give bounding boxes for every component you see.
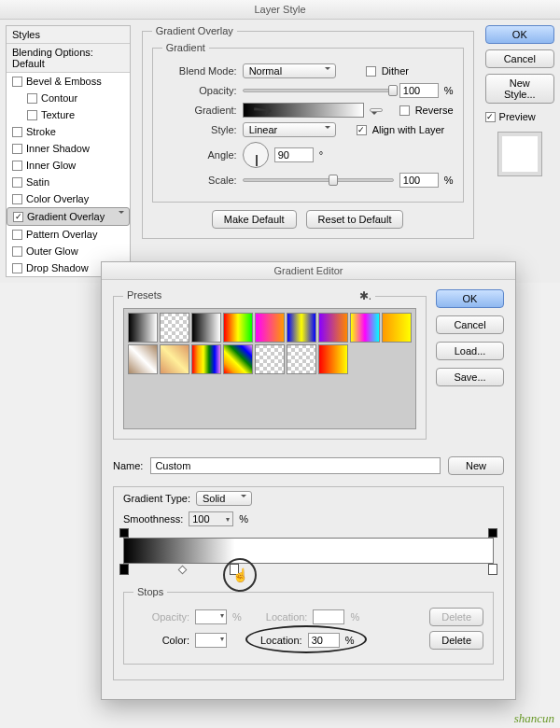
effect-checkbox[interactable] — [12, 177, 22, 188]
angle-dial[interactable] — [243, 142, 269, 168]
effect-label: Bevel & Emboss — [26, 76, 102, 87]
preset-swatch[interactable] — [255, 344, 285, 374]
effect-row-bevel-emboss[interactable]: Bevel & Emboss — [7, 73, 130, 90]
watermark: shancun — [514, 711, 554, 726]
effect-row-pattern-overlay[interactable]: Pattern Overlay — [7, 226, 130, 243]
preview-swatch — [497, 132, 542, 176]
ged-save-button[interactable]: Save... — [436, 368, 504, 386]
midpoint-diamond[interactable] — [177, 566, 187, 575]
stops-group: Stops Opacity: % Location: % Delete Colo… — [123, 586, 494, 665]
effect-label: Texture — [41, 109, 75, 120]
reset-default-button[interactable]: Reset to Default — [306, 210, 404, 229]
preset-swatch[interactable] — [128, 313, 158, 343]
effect-checkbox[interactable] — [12, 263, 22, 273]
preset-swatch[interactable] — [191, 344, 221, 374]
gradient-editor-title: Gradient Editor — [102, 262, 515, 280]
stop-color-location-input[interactable]: 30 — [308, 633, 340, 648]
ged-ok-button[interactable]: OK — [436, 289, 504, 308]
blend-mode-select[interactable]: Normal — [243, 63, 336, 78]
cancel-button[interactable]: Cancel — [485, 49, 554, 68]
preset-swatch[interactable] — [287, 313, 316, 343]
effect-row-stroke[interactable]: Stroke — [7, 123, 130, 140]
dither-checkbox[interactable] — [366, 66, 376, 77]
preset-swatch[interactable] — [223, 344, 253, 374]
stops-legend: Stops — [133, 586, 167, 597]
effect-label: Inner Shadow — [26, 143, 90, 154]
preview-label: Preview — [499, 111, 536, 122]
effect-checkbox[interactable] — [12, 127, 22, 137]
effect-row-outer-glow[interactable]: Outer Glow — [7, 243, 130, 259]
effect-checkbox[interactable] — [12, 194, 22, 204]
gradient-bar[interactable] — [123, 538, 494, 564]
preset-swatch[interactable] — [191, 313, 221, 343]
styles-header[interactable]: Styles — [7, 26, 130, 44]
effect-checkbox[interactable] — [12, 230, 22, 240]
ged-cancel-button[interactable]: Cancel — [436, 315, 504, 334]
effect-label: Satin — [26, 176, 49, 188]
angle-input[interactable]: 90 — [274, 147, 314, 162]
gradient-overlay-group: Gradient Overlay Gradient Blend Mode: No… — [142, 25, 474, 239]
effect-label: Outer Glow — [26, 245, 78, 257]
gradient-type-select[interactable]: Solid — [196, 491, 252, 506]
preset-swatch[interactable] — [223, 313, 253, 343]
effect-row-inner-glow[interactable]: Inner Glow — [7, 157, 130, 174]
stop-opacity-input — [195, 609, 227, 624]
effect-row-color-overlay[interactable]: Color Overlay — [7, 190, 130, 207]
preset-swatch[interactable] — [255, 313, 285, 343]
preset-swatch[interactable] — [318, 313, 348, 343]
delete-color-stop-button[interactable]: Delete — [429, 631, 483, 650]
effect-checkbox[interactable] — [27, 110, 37, 120]
effect-label: Drop Shadow — [26, 262, 89, 273]
preset-swatch[interactable] — [350, 313, 380, 343]
effect-checkbox[interactable] — [27, 93, 37, 104]
effect-label: Contour — [41, 92, 77, 104]
preset-swatch[interactable] — [160, 344, 189, 374]
effect-checkbox[interactable] — [12, 144, 22, 154]
effect-row-inner-shadow[interactable]: Inner Shadow — [7, 140, 130, 157]
opacity-stop-left[interactable] — [119, 528, 129, 538]
gradient-swatch[interactable] — [243, 103, 364, 118]
presets-box[interactable] — [123, 308, 416, 429]
smoothness-input[interactable]: 100 — [189, 511, 233, 526]
new-style-button[interactable]: New Style... — [485, 74, 554, 104]
effect-checkbox[interactable] — [12, 77, 22, 87]
color-stop-right[interactable] — [488, 564, 497, 575]
reverse-checkbox[interactable] — [399, 105, 410, 116]
blending-options-row[interactable]: Blending Options: Default — [7, 44, 130, 73]
new-button[interactable]: New — [448, 456, 504, 475]
effect-checkbox[interactable] — [12, 246, 22, 257]
opacity-slider[interactable] — [243, 89, 394, 92]
effect-row-satin[interactable]: Satin — [7, 174, 130, 190]
preset-swatch[interactable] — [382, 313, 412, 343]
presets-menu-icon[interactable]: ✱. — [359, 289, 371, 302]
ok-button[interactable]: OK — [485, 25, 554, 44]
align-checkbox[interactable] — [357, 125, 367, 135]
preset-swatch[interactable] — [128, 344, 158, 374]
name-input[interactable] — [150, 457, 441, 474]
scale-input[interactable]: 100 — [399, 173, 439, 188]
effect-row-gradient-overlay[interactable]: Gradient Overlay — [7, 207, 130, 226]
smoothness-label: Smoothness: — [123, 513, 183, 525]
effect-row-contour[interactable]: Contour — [7, 90, 130, 106]
annotation-cursor-icon — [223, 558, 257, 592]
style-select[interactable]: Linear — [243, 122, 336, 137]
make-default-button[interactable]: Make Default — [212, 210, 297, 229]
preset-swatch[interactable] — [160, 313, 189, 343]
effect-row-texture[interactable]: Texture — [7, 106, 130, 123]
presets-group: Presets ✱. — [113, 289, 427, 440]
reverse-label: Reverse — [415, 105, 454, 116]
gradient-dropdown[interactable] — [370, 108, 383, 112]
gradient-type-group: Gradient Type: Solid Smoothness: 100 % S… — [113, 486, 504, 680]
angle-label: Angle: — [162, 149, 237, 161]
opacity-input[interactable]: 100 — [399, 83, 439, 98]
effect-checkbox[interactable] — [12, 161, 22, 171]
stop-color-swatch[interactable] — [195, 633, 227, 648]
color-stop-left[interactable] — [119, 564, 129, 575]
scale-slider[interactable] — [243, 178, 394, 182]
preset-swatch[interactable] — [318, 344, 348, 374]
preset-swatch[interactable] — [287, 344, 316, 374]
preview-checkbox[interactable] — [485, 112, 496, 122]
opacity-stop-right[interactable] — [488, 528, 497, 538]
effect-checkbox[interactable] — [13, 212, 23, 222]
ged-load-button[interactable]: Load... — [436, 342, 504, 360]
